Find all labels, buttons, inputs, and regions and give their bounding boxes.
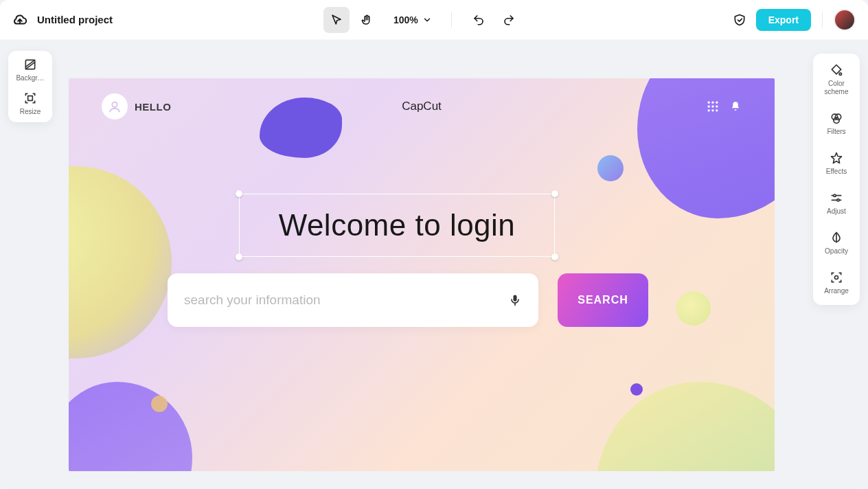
- svg-point-13: [837, 199, 839, 201]
- zoom-control[interactable]: 100%: [393, 14, 432, 25]
- redo-button[interactable]: [496, 7, 522, 33]
- svg-point-22: [708, 109, 710, 111]
- opacity-icon: [830, 231, 843, 244]
- svg-point-20: [711, 105, 713, 107]
- search-button: SEARCH: [558, 273, 648, 327]
- decorative-blob: [630, 383, 643, 396]
- topbar-right: Export: [733, 9, 856, 31]
- heading-text[interactable]: Welcome to login: [239, 194, 555, 257]
- paint-bucket-icon: [830, 63, 843, 77]
- decorative-blob: [69, 382, 192, 471]
- decorative-blob: [69, 166, 172, 359]
- svg-rect-4: [28, 96, 33, 101]
- left-panel-background[interactable]: Backgr…: [11, 58, 49, 82]
- svg-point-5: [839, 73, 841, 75]
- svg-point-19: [708, 105, 710, 107]
- brand-label: CapCut: [402, 100, 442, 113]
- filters-icon: [830, 111, 843, 125]
- hand-tool-button[interactable]: [354, 7, 380, 33]
- divider: [451, 12, 452, 27]
- topbar: Untitled project 100%: [0, 0, 868, 40]
- svg-point-18: [716, 102, 718, 104]
- user-chip: HELLO: [102, 93, 171, 120]
- canvas[interactable]: HELLO CapCut Welcome to log: [69, 78, 775, 471]
- right-panel-color-scheme-label: Color scheme: [816, 80, 857, 96]
- project-title[interactable]: Untitled project: [37, 14, 113, 25]
- svg-point-21: [716, 105, 718, 107]
- decorative-blob: [596, 382, 775, 471]
- canvas-header-right: [706, 100, 742, 113]
- bell-icon: [729, 100, 742, 113]
- svg-point-24: [716, 109, 718, 111]
- left-panel-resize-label: Resize: [20, 108, 41, 115]
- canvas-header: HELLO CapCut: [102, 93, 742, 120]
- decorative-blob: [151, 396, 168, 412]
- decorative-blob: [676, 291, 711, 326]
- arrange-icon: [830, 271, 843, 284]
- resize-icon: [23, 91, 37, 105]
- svg-rect-25: [514, 295, 517, 302]
- grid-menu-icon: [706, 100, 720, 113]
- topbar-center: 100%: [113, 7, 733, 33]
- export-button[interactable]: Export: [756, 9, 811, 31]
- svg-marker-9: [832, 153, 842, 163]
- decorative-blob: [597, 155, 624, 181]
- divider: [822, 12, 823, 27]
- svg-point-8: [834, 117, 839, 123]
- hello-label: HELLO: [135, 101, 171, 113]
- topbar-left: Untitled project: [12, 12, 113, 27]
- shield-icon[interactable]: [733, 13, 746, 27]
- sliders-icon: [830, 191, 843, 205]
- search-row: search your information SEARCH: [168, 273, 648, 327]
- left-panel-background-label: Backgr…: [16, 74, 44, 82]
- right-panel-filters-label: Filters: [827, 128, 845, 136]
- svg-point-11: [834, 194, 836, 196]
- search-input: search your information: [168, 273, 538, 327]
- chevron-down-icon: [422, 15, 432, 25]
- cloud-sync-icon[interactable]: [12, 12, 27, 27]
- svg-point-17: [711, 102, 713, 104]
- right-panel-color-scheme[interactable]: Color scheme: [816, 63, 857, 96]
- user-avatar[interactable]: [834, 9, 856, 31]
- zoom-label: 100%: [393, 14, 418, 25]
- left-panel-resize[interactable]: Resize: [11, 91, 49, 115]
- right-panel-opacity[interactable]: Opacity: [816, 231, 857, 255]
- right-panel-adjust[interactable]: Adjust: [816, 191, 857, 216]
- left-panel: Backgr… Resize: [8, 51, 52, 122]
- background-icon: [23, 58, 37, 71]
- svg-point-14: [835, 276, 838, 280]
- undo-button[interactable]: [466, 7, 492, 33]
- right-panel-opacity-label: Opacity: [825, 247, 848, 255]
- right-panel-arrange-label: Arrange: [824, 287, 849, 295]
- selected-text-element[interactable]: Welcome to login: [239, 194, 555, 257]
- workspace: Backgr… Resize Color scheme Fil: [0, 40, 868, 489]
- svg-point-23: [711, 109, 713, 111]
- right-panel: Color scheme Filters Effects Adjust: [813, 54, 860, 305]
- select-tool-button[interactable]: [323, 7, 350, 33]
- right-panel-effects-label: Effects: [826, 168, 847, 176]
- right-panel-arrange[interactable]: Arrange: [816, 271, 857, 295]
- search-placeholder: search your information: [184, 293, 508, 308]
- user-avatar-placeholder: [102, 93, 128, 120]
- right-panel-effects[interactable]: Effects: [816, 151, 857, 176]
- svg-point-16: [708, 102, 710, 104]
- star-icon: [830, 151, 843, 165]
- microphone-icon: [508, 293, 522, 307]
- right-panel-filters[interactable]: Filters: [816, 111, 857, 136]
- right-panel-adjust-label: Adjust: [827, 207, 846, 216]
- svg-point-15: [112, 102, 117, 107]
